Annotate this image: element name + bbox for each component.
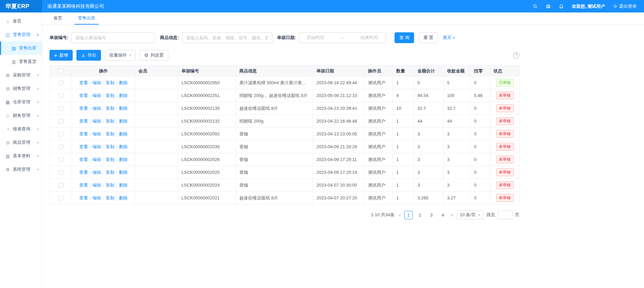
- row-checkbox[interactable]: [59, 93, 63, 98]
- row-action-delete[interactable]: 删除: [119, 106, 128, 111]
- row-action-edit[interactable]: 编辑: [92, 157, 101, 162]
- row-action-edit[interactable]: 编辑: [92, 195, 101, 200]
- cell-qty: 1: [393, 179, 414, 192]
- sidebar-item-finance[interactable]: ◇财务管理∨: [0, 109, 42, 122]
- row-action-copy[interactable]: 复制: [106, 195, 114, 200]
- row-action-copy[interactable]: 复制: [106, 119, 114, 124]
- bank-icon[interactable]: [546, 4, 551, 9]
- cell-operator: 测试用户: [365, 140, 393, 153]
- row-action-view[interactable]: 查看: [79, 119, 88, 124]
- export-button[interactable]: 导出: [76, 50, 101, 61]
- sidebar-item-retail[interactable]: ◫零售管理∧: [0, 28, 42, 41]
- jump-page-input[interactable]: [498, 211, 513, 219]
- page-button-2[interactable]: 2: [416, 211, 424, 219]
- row-action-delete[interactable]: 删除: [119, 80, 128, 85]
- page-button-1[interactable]: 1: [404, 211, 413, 219]
- row-action-view[interactable]: 查看: [79, 144, 88, 149]
- row-action-view[interactable]: 查看: [79, 131, 88, 136]
- row-action-delete[interactable]: 删除: [119, 183, 128, 188]
- row-checkbox[interactable]: [59, 157, 63, 162]
- row-action-delete[interactable]: 删除: [119, 144, 128, 149]
- sidebar-item-system[interactable]: ⚙系统管理∨: [0, 163, 42, 176]
- sidebar-item-retail-return[interactable]: ▥零售退货: [0, 55, 42, 68]
- row-action-copy[interactable]: 复制: [106, 157, 114, 162]
- row-checkbox[interactable]: [59, 106, 63, 111]
- column-settings-button[interactable]: ⚙ 列设置: [139, 50, 168, 61]
- cell-product: 香烟: [236, 140, 313, 153]
- sidebar-item-warehouse[interactable]: ▦仓库管理∨: [0, 95, 42, 109]
- row-action-delete[interactable]: 删除: [119, 195, 128, 200]
- row-action-copy[interactable]: 复制: [106, 131, 114, 136]
- search-icon[interactable]: [533, 4, 538, 9]
- cell-total-amount: 32.7: [414, 102, 444, 115]
- row-action-view[interactable]: 查看: [79, 80, 88, 85]
- row-action-copy[interactable]: 复制: [106, 106, 114, 111]
- sidebar-item-sales[interactable]: ⊟销售管理∨: [0, 82, 42, 95]
- expand-link[interactable]: 展开 ∨: [443, 35, 455, 41]
- tab-retail-outbound[interactable]: 零售出库: [74, 12, 99, 25]
- batch-actions-button[interactable]: 批量操作 ∨: [105, 50, 136, 61]
- row-action-view[interactable]: 查看: [79, 106, 88, 111]
- bell-icon[interactable]: [559, 4, 564, 9]
- doc-no-input[interactable]: [71, 32, 155, 43]
- row-action-copy[interactable]: 复制: [106, 80, 114, 85]
- row-action-delete[interactable]: 删除: [119, 131, 128, 136]
- jump-unit: 页: [515, 212, 519, 218]
- row-action-edit[interactable]: 编辑: [92, 183, 101, 188]
- row-action-delete[interactable]: 删除: [119, 119, 128, 124]
- row-action-edit[interactable]: 编辑: [92, 80, 101, 85]
- logout-button[interactable]: 退出登录: [613, 3, 637, 9]
- row-action-delete[interactable]: 删除: [119, 170, 128, 175]
- row-checkbox[interactable]: [59, 145, 63, 149]
- row-checkbox[interactable]: [59, 170, 63, 175]
- row-checkbox[interactable]: [59, 196, 63, 200]
- row-action-copy[interactable]: 复制: [106, 183, 114, 188]
- reset-button[interactable]: 重 置: [419, 32, 438, 43]
- sidebar-item-products[interactable]: ⊡商品管理∨: [0, 136, 42, 149]
- page-button-3[interactable]: 3: [427, 211, 436, 219]
- row-action-copy[interactable]: 复制: [106, 170, 114, 175]
- sidebar-item-home[interactable]: ⌂首页: [0, 14, 42, 28]
- row-action-delete[interactable]: 删除: [119, 157, 128, 162]
- select-all-checkbox[interactable]: [59, 69, 63, 73]
- status-badge: 已审核: [496, 79, 514, 87]
- row-action-delete[interactable]: 删除: [119, 93, 128, 98]
- row-action-edit[interactable]: 编辑: [92, 144, 101, 149]
- add-button[interactable]: + 新增: [49, 50, 73, 61]
- sidebar-item-basic-data[interactable]: ▧基本资料∨: [0, 149, 42, 163]
- row-action-copy[interactable]: 复制: [106, 93, 114, 98]
- row-action-view[interactable]: 查看: [79, 183, 88, 188]
- table-row: 查看|编辑|复制|删除LSCK00000002135超迷你维达面纸 8片2023…: [50, 102, 520, 115]
- row-checkbox[interactable]: [59, 132, 63, 136]
- row-action-edit[interactable]: 编辑: [92, 131, 101, 136]
- row-action-copy[interactable]: 复制: [106, 144, 114, 149]
- page-button-4[interactable]: 4: [439, 211, 447, 219]
- row-action-edit[interactable]: 编辑: [92, 106, 101, 111]
- sidebar-item-reports[interactable]: ◔报表查询∨: [0, 122, 42, 136]
- row-action-view[interactable]: 查看: [79, 170, 88, 175]
- cell-date: 2023-04-09 21:28:28: [313, 140, 365, 153]
- row-action-edit[interactable]: 编辑: [92, 119, 101, 124]
- tab-home[interactable]: 首页: [50, 12, 66, 25]
- cell-member: [135, 153, 178, 166]
- search-button[interactable]: 查 询: [395, 32, 414, 43]
- row-checkbox[interactable]: [59, 183, 63, 188]
- chevron-down-icon: ∨: [478, 213, 481, 217]
- sidebar-item-purchase[interactable]: ⊞采购管理∨: [0, 68, 42, 82]
- row-action-view[interactable]: 查看: [79, 195, 88, 200]
- action-divider: |: [116, 131, 117, 136]
- action-divider: |: [103, 131, 104, 136]
- prev-page-button[interactable]: <: [398, 213, 401, 218]
- row-action-edit[interactable]: 编辑: [92, 93, 101, 98]
- page-size-select[interactable]: 10 条/页 ∨: [457, 211, 483, 219]
- row-action-view[interactable]: 查看: [79, 93, 88, 98]
- row-action-view[interactable]: 查看: [79, 157, 88, 162]
- help-icon[interactable]: ?: [513, 52, 519, 59]
- sidebar-item-retail-outbound[interactable]: ▤零售出库: [0, 41, 42, 55]
- date-range-picker[interactable]: 开始时间 ~ 结束时间: [299, 32, 386, 43]
- row-action-edit[interactable]: 编辑: [92, 170, 101, 175]
- product-info-input[interactable]: [182, 32, 272, 43]
- next-page-button[interactable]: >: [450, 213, 454, 218]
- row-checkbox[interactable]: [59, 119, 63, 124]
- row-checkbox[interactable]: [59, 81, 63, 85]
